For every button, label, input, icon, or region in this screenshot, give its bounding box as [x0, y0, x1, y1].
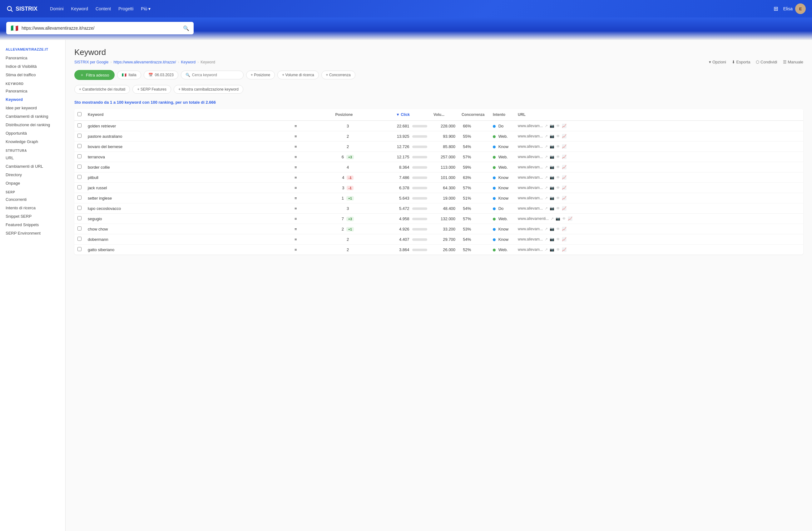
- camera-icon[interactable]: 📷: [550, 247, 554, 252]
- th-concorrenza[interactable]: Concorrenza: [459, 109, 490, 120]
- eye-icon[interactable]: 👁: [556, 155, 560, 159]
- chart-icon[interactable]: 📈: [562, 144, 567, 149]
- chart-icon[interactable]: 📈: [562, 165, 567, 169]
- sidebar-item-featured[interactable]: Featured Snippets: [0, 220, 65, 229]
- camera-icon[interactable]: 📷: [555, 216, 560, 221]
- italia-button[interactable]: 🇮🇹 Italia: [117, 71, 141, 79]
- filter-button[interactable]: ＋ Filtra adesso: [74, 70, 115, 80]
- chart-icon[interactable]: 📈: [562, 196, 567, 200]
- sidebar-item-kw-cambiamenti[interactable]: Cambiamenti di ranking: [0, 112, 65, 120]
- nav-progetti[interactable]: Progetti: [118, 6, 133, 11]
- caratteristiche-button[interactable]: + Caratteristiche dei risultati: [74, 85, 130, 94]
- chart-icon[interactable]: 📈: [562, 227, 567, 231]
- breadcrumb-sistrix[interactable]: SISTRIX per Google: [74, 60, 108, 64]
- nav-piu[interactable]: Più ▾: [141, 6, 150, 11]
- row-checkbox[interactable]: [77, 164, 82, 169]
- list-icon-cell[interactable]: ≡: [291, 142, 332, 152]
- external-link-icon[interactable]: ↗: [551, 216, 554, 221]
- row-checkbox[interactable]: [77, 227, 82, 230]
- eye-icon[interactable]: 👁: [556, 247, 560, 252]
- eye-icon[interactable]: 👁: [556, 186, 560, 190]
- sidebar-item-concorrenti[interactable]: Concorrenti: [0, 195, 65, 204]
- breadcrumb-url[interactable]: https://www.allevamentirazze.it/razze/: [113, 60, 176, 64]
- th-intento[interactable]: Intento: [490, 109, 515, 120]
- list-icon-cell[interactable]: ≡: [291, 183, 332, 193]
- sidebar-item-kw-distribuzione[interactable]: Distribuzione dei ranking: [0, 120, 65, 129]
- row-checkbox[interactable]: [77, 237, 82, 241]
- sidebar-item-snippet[interactable]: Snippet SERP: [0, 212, 65, 220]
- sidebar-item-indice[interactable]: Indice di Visibilità: [0, 62, 65, 71]
- eye-icon[interactable]: 👁: [562, 216, 566, 221]
- external-link-icon[interactable]: ↗: [545, 186, 548, 190]
- sidebar-item-kw-knowledge[interactable]: Knowledge Graph: [0, 138, 65, 146]
- eye-icon[interactable]: 👁: [556, 227, 560, 231]
- volume-button[interactable]: + Volume di ricerca: [277, 71, 319, 79]
- th-posizione[interactable]: Posizione: [332, 109, 364, 120]
- sidebar-item-onpage[interactable]: Onpage: [0, 179, 65, 187]
- breadcrumb-keyword1[interactable]: Keyword: [181, 60, 195, 64]
- camera-icon[interactable]: 📷: [550, 165, 554, 169]
- external-link-icon[interactable]: ↗: [545, 227, 548, 231]
- th-volume[interactable]: Volu...: [430, 109, 459, 120]
- external-link-icon[interactable]: ↗: [545, 155, 548, 159]
- chart-icon[interactable]: 📈: [568, 216, 572, 221]
- posizione-button[interactable]: + Posizione: [246, 71, 275, 79]
- row-checkbox[interactable]: [77, 124, 82, 127]
- camera-icon[interactable]: 📷: [550, 144, 554, 149]
- chart-icon[interactable]: 📈: [562, 155, 567, 159]
- th-url[interactable]: URL: [515, 109, 803, 120]
- row-checkbox[interactable]: [77, 185, 82, 189]
- external-link-icon[interactable]: ↗: [545, 144, 548, 149]
- external-link-icon[interactable]: ↗: [545, 247, 548, 252]
- row-checkbox[interactable]: [77, 196, 82, 200]
- chart-icon[interactable]: 📈: [562, 206, 567, 211]
- external-link-icon[interactable]: ↗: [545, 206, 548, 211]
- serp-features-button[interactable]: + SERP Features: [132, 85, 171, 94]
- eye-icon[interactable]: 👁: [556, 165, 560, 169]
- camera-icon[interactable]: 📷: [550, 237, 554, 242]
- nav-content[interactable]: Content: [96, 6, 111, 11]
- external-link-icon[interactable]: ↗: [545, 237, 548, 242]
- chart-icon[interactable]: 📈: [562, 124, 567, 128]
- sidebar-item-cambiamenti-url[interactable]: Cambiamenti di URL: [0, 162, 65, 171]
- eye-icon[interactable]: 👁: [556, 196, 560, 200]
- external-link-icon[interactable]: ↗: [545, 196, 548, 200]
- list-icon-cell[interactable]: ≡: [291, 234, 332, 245]
- list-icon-cell[interactable]: ≡: [291, 131, 332, 142]
- camera-icon[interactable]: 📷: [550, 227, 554, 231]
- eye-icon[interactable]: 👁: [556, 206, 560, 211]
- row-checkbox[interactable]: [77, 247, 82, 251]
- list-icon-cell[interactable]: ≡: [291, 224, 332, 234]
- row-checkbox[interactable]: [77, 175, 82, 179]
- eye-icon[interactable]: 👁: [556, 237, 560, 242]
- url-input[interactable]: [21, 26, 180, 31]
- sidebar-item-environment[interactable]: SERP Environment: [0, 229, 65, 238]
- list-icon-cell[interactable]: ≡: [291, 193, 332, 203]
- sidebar-item-stima[interactable]: Stima del traffico: [0, 71, 65, 79]
- external-link-icon[interactable]: ↗: [545, 134, 548, 138]
- camera-icon[interactable]: 📷: [550, 186, 554, 190]
- action-esporta[interactable]: ⬇ Esporta: [732, 60, 750, 64]
- list-icon-cell[interactable]: ≡: [291, 172, 332, 183]
- chart-icon[interactable]: 📈: [562, 134, 567, 138]
- external-link-icon[interactable]: ↗: [545, 175, 548, 180]
- chart-icon[interactable]: 📈: [562, 186, 567, 190]
- date-button[interactable]: 📅 06.03.2023: [144, 71, 178, 79]
- action-manuale[interactable]: ☰ Manuale: [783, 60, 803, 64]
- th-keyword[interactable]: Keyword: [85, 109, 291, 120]
- cannibalizzazione-button[interactable]: + Mostra cannibalizzazione keyword: [174, 85, 243, 94]
- chart-icon[interactable]: 📈: [562, 237, 567, 242]
- search-icon[interactable]: 🔍: [183, 25, 189, 31]
- list-icon-cell[interactable]: ≡: [291, 203, 332, 214]
- list-icon-cell[interactable]: ≡: [291, 162, 332, 172]
- chart-icon[interactable]: 📈: [562, 175, 567, 180]
- list-icon-cell[interactable]: ≡: [291, 152, 332, 162]
- row-checkbox[interactable]: [77, 134, 82, 138]
- action-opzioni[interactable]: ▾ Opzioni: [709, 60, 726, 64]
- eye-icon[interactable]: 👁: [556, 134, 560, 138]
- camera-icon[interactable]: 📷: [550, 206, 554, 211]
- nav-keyword[interactable]: Keyword: [71, 6, 88, 11]
- sidebar-item-url[interactable]: URL: [0, 154, 65, 162]
- list-icon-cell[interactable]: ≡: [291, 245, 332, 255]
- list-icon-cell[interactable]: ≡: [291, 120, 332, 131]
